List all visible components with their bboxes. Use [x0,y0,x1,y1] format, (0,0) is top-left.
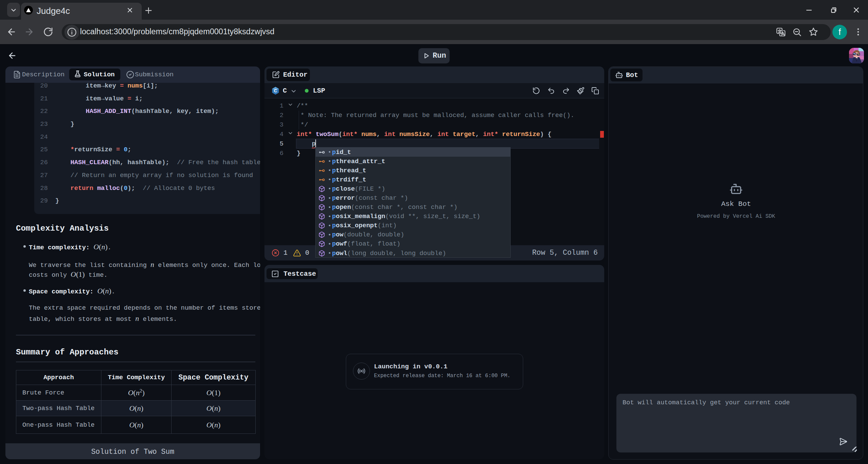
svg-text:C: C [274,88,277,93]
